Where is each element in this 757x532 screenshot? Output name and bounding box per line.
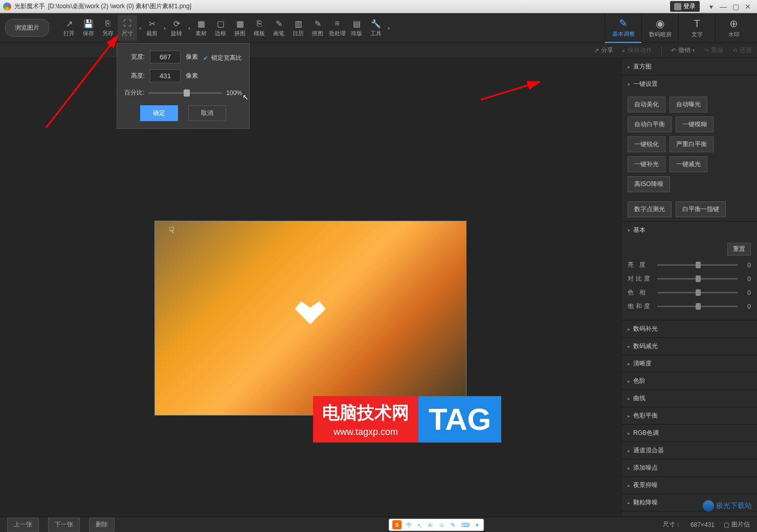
slider-对比度[interactable]: 对比度0: [628, 274, 751, 283]
canvas-area[interactable]: [0, 58, 621, 517]
tool-画笔[interactable]: ✎画笔: [269, 15, 288, 41]
window-settings-icon[interactable]: ▾: [705, 2, 717, 11]
section-数码减光[interactable]: ▸数码减光: [621, 338, 757, 355]
undo-button[interactable]: ↶撤销▾: [671, 46, 695, 55]
tool-工具[interactable]: 🔧工具▾: [366, 15, 386, 41]
quick-btn-一键补光[interactable]: 一键补光: [628, 156, 665, 172]
percent-value: 100%: [226, 89, 242, 97]
width-input[interactable]: [150, 51, 181, 63]
ime-item[interactable]: ▾: [474, 521, 480, 529]
ok-button[interactable]: 确定: [140, 105, 178, 121]
quick-btn-自动白平衡[interactable]: 自动白平衡: [628, 117, 672, 132]
tool-排版[interactable]: ▤排版: [347, 15, 366, 41]
tag-watermark: 电脑技术网 www.tagxp.com TAG: [313, 396, 501, 443]
tool-抠图[interactable]: ✎抠图: [308, 15, 327, 41]
tool-尺寸[interactable]: ⛶尺寸▾: [118, 15, 137, 41]
info-toggle[interactable]: ▢图片信: [724, 520, 750, 529]
tool-批处理[interactable]: ≡批处理: [327, 15, 347, 41]
tool-icon: ⛶: [122, 18, 132, 29]
slider-亮度[interactable]: 亮 度0: [628, 261, 751, 269]
file-path: [D:\tools\桌面\work (2) \work (0) 素材\图片素材1…: [48, 2, 191, 11]
lock-ratio-checkbox[interactable]: ✔锁定宽高比: [203, 54, 242, 62]
cancel-button[interactable]: 取消: [188, 105, 226, 121]
ime-item[interactable]: ☺: [437, 521, 446, 528]
share-button[interactable]: ↗分享: [594, 46, 613, 55]
section-数码补光[interactable]: ▸数码补光: [621, 320, 757, 337]
basic-header[interactable]: ▾基本: [621, 222, 757, 239]
tool-icon: ⎘: [103, 18, 113, 29]
save-action-button[interactable]: ▸保存动作: [622, 46, 652, 55]
section-红润和美白[interactable]: ▸红润和美白: [621, 512, 757, 517]
quick-btn-高ISO降噪[interactable]: 高ISO降噪: [628, 176, 670, 192]
height-unit: 像素: [186, 72, 198, 80]
section-曲线[interactable]: ▸曲线: [621, 390, 757, 407]
section-色彩平衡[interactable]: ▸色彩平衡: [621, 407, 757, 424]
tab-icon: ✎: [619, 17, 628, 29]
section-清晰度[interactable]: ▸清晰度: [621, 355, 757, 372]
tool-icon: ✎: [274, 18, 284, 29]
browse-button[interactable]: 浏览图片: [5, 19, 49, 37]
size-dialog: 宽度: 像素 高度: 像素 ✔锁定宽高比 百分比: 100% 确定 取消: [117, 43, 250, 129]
section-色阶[interactable]: ▸色阶: [621, 373, 757, 389]
percent-slider[interactable]: [148, 92, 222, 94]
delete-button[interactable]: 删除: [89, 518, 115, 531]
quick-btn-自动曝光[interactable]: 自动曝光: [670, 97, 707, 112]
tool-保存[interactable]: 💾保存: [79, 15, 98, 41]
app-name: 光影魔术手: [14, 2, 45, 11]
quick-btn-严重白平衡[interactable]: 严重白平衡: [670, 136, 714, 152]
canvas-image[interactable]: [154, 221, 466, 415]
ime-item[interactable]: ④: [426, 521, 434, 529]
redo-button[interactable]: ↷重做: [704, 46, 723, 55]
close-button[interactable]: ✕: [742, 2, 754, 11]
prev-button[interactable]: 上一张: [7, 518, 39, 531]
tool-边框[interactable]: ▢边框: [211, 15, 230, 41]
ime-bar[interactable]: S 中 •, ④ ☺ ✎ ⌨ ▾: [389, 519, 484, 531]
tab-icon: ◉: [656, 17, 664, 30]
slider-色相[interactable]: 色 相0: [628, 288, 751, 297]
ime-item[interactable]: •,: [416, 521, 423, 528]
reset-button[interactable]: 重置: [727, 243, 751, 256]
oneclick-header[interactable]: ▾一键设置: [621, 76, 757, 92]
tool-裁剪[interactable]: ✂裁剪▾: [142, 15, 162, 41]
tool-另存[interactable]: ⎘另存: [98, 15, 118, 41]
tab-数码暗房[interactable]: ◉数码暗房: [641, 13, 678, 43]
ime-item[interactable]: ⌨: [460, 521, 471, 529]
histogram-header[interactable]: ▸直方图: [621, 58, 757, 75]
action-bar: ↗分享 ▸保存动作 ↶撤销▾ ↷重做 ⟲还原: [0, 43, 757, 58]
ime-lang[interactable]: 中: [405, 521, 413, 529]
section-RGB色调[interactable]: ▸RGB色调: [621, 425, 757, 442]
slider-饱和度[interactable]: 饱和度0: [628, 302, 751, 311]
tool-日历[interactable]: ▥日历: [288, 15, 308, 41]
quick-btn-自动美化[interactable]: 自动美化: [628, 97, 665, 112]
maximize-button[interactable]: ▢: [729, 2, 742, 11]
section-通道混合器[interactable]: ▸通道混合器: [621, 442, 757, 459]
section-添加噪点[interactable]: ▸添加噪点: [621, 459, 757, 476]
tool-模板[interactable]: ⎘模板: [250, 15, 269, 41]
next-button[interactable]: 下一张: [48, 518, 80, 531]
tool-旋转[interactable]: ⟳旋转▾: [167, 15, 186, 41]
tool-素材[interactable]: ▦素材: [191, 15, 211, 41]
dropdown-icon: ▾: [388, 26, 390, 30]
minimize-button[interactable]: —: [717, 2, 729, 11]
tool-拼图[interactable]: ▦拼图: [230, 15, 250, 41]
tab-基本调整[interactable]: ✎基本调整: [605, 13, 641, 43]
tool-打开[interactable]: ↗打开: [59, 15, 79, 41]
height-input[interactable]: [150, 70, 181, 82]
restore-button[interactable]: ⟲还原: [732, 46, 752, 55]
tab-icon: ⊕: [729, 17, 738, 30]
quick-btn-一键锐化[interactable]: 一键锐化: [628, 136, 665, 152]
quick-btn-一键减光[interactable]: 一键减光: [670, 156, 707, 172]
ime-item[interactable]: ✎: [449, 521, 457, 529]
quick-btn-数字点测光[interactable]: 数字点测光: [628, 201, 672, 217]
jiguang-logo-icon: [703, 500, 714, 512]
section-夜景抑噪[interactable]: ▸夜景抑噪: [621, 477, 757, 494]
login-button[interactable]: 登录: [670, 1, 700, 12]
size-label: 尺寸：: [663, 520, 681, 529]
tab-文字[interactable]: T文字: [678, 13, 715, 43]
tab-水印[interactable]: ⊕水印: [715, 13, 752, 43]
bottom-bar: 上一张 下一张 删除 尺寸： 687×431 ▢图片信: [0, 517, 757, 532]
tool-icon: ▥: [293, 18, 303, 29]
quick-btn-白平衡一指键[interactable]: 白平衡一指键: [676, 201, 726, 217]
size-value: 687×431: [691, 521, 715, 528]
quick-btn-一键模糊[interactable]: 一键模糊: [676, 117, 714, 132]
